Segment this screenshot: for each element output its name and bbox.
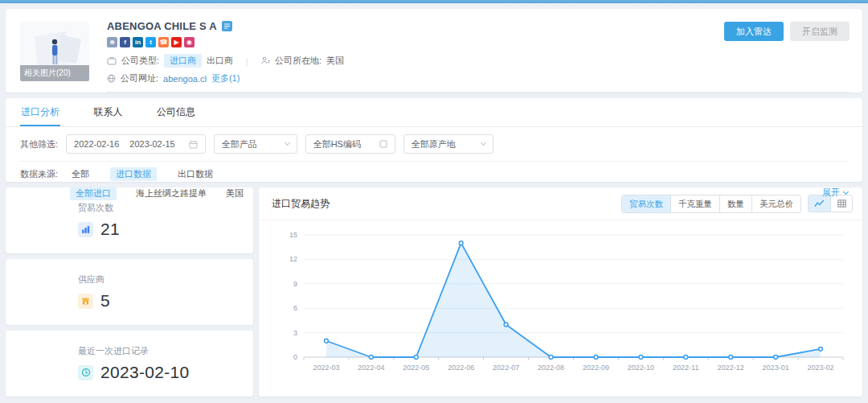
svg-text:2022-05: 2022-05: [403, 364, 429, 372]
facebook-icon[interactable]: f: [120, 37, 130, 47]
briefcase-icon: [107, 56, 117, 65]
sub-option-usa[interactable]: 美国: [226, 187, 244, 199]
source-option-all[interactable]: 全部: [72, 168, 89, 180]
globe-icon: [107, 74, 116, 83]
website-icon[interactable]: ⊕: [107, 37, 117, 47]
stat-card-last-import: 最近一次进口记录 2023-02-10: [6, 331, 253, 397]
related-images-badge[interactable]: 相关图片(20): [20, 65, 89, 81]
company-website-label: 公司网址:: [121, 72, 158, 84]
phone-icon[interactable]: ☎: [158, 37, 169, 47]
divider: |: [246, 56, 248, 66]
trend-chart-card: 进口贸易趋势 贸易次数 千克重量 数量 美元总价: [259, 187, 862, 397]
linkedin-icon[interactable]: in: [133, 37, 143, 47]
svg-text:2022-10: 2022-10: [628, 364, 654, 372]
chevron-down-icon: [843, 188, 849, 194]
svg-text:2022-03: 2022-03: [313, 364, 339, 372]
stats-column: 贸易次数 21 供应商: [6, 187, 253, 397]
add-radar-button[interactable]: 加入雷达: [724, 22, 784, 41]
twitter-icon[interactable]: t: [145, 37, 156, 47]
svg-text:2023-01: 2023-01: [763, 364, 789, 372]
date-start: 2022-02-16: [74, 139, 119, 149]
analysis-card: 进口分析 联系人 公司信息 其他筛选: 2022-02-16 2023-02-1…: [6, 98, 862, 182]
svg-text:12: 12: [289, 255, 297, 263]
list-box-icon: [379, 140, 387, 148]
stat-label: 供应商: [78, 273, 253, 286]
data-source-label: 数据来源:: [20, 168, 58, 180]
source-option-export[interactable]: 出口数据: [178, 168, 213, 180]
company-header-card: 相关图片(20) ABENGOA CHILE S A ⊕ f in t ☎ ▶ …: [6, 9, 862, 93]
date-range-picker[interactable]: 2022-02-16 2023-02-15: [66, 134, 206, 154]
youtube-icon[interactable]: ▶: [171, 37, 182, 47]
expand-link[interactable]: 展开: [822, 187, 848, 199]
origin-select-value: 全部原产地: [411, 138, 456, 150]
company-photo: 相关图片(20): [20, 22, 89, 81]
product-select[interactable]: 全部产品: [214, 134, 297, 154]
stat-value: 21: [100, 220, 120, 239]
company-type-exporter-tag[interactable]: 出口商: [207, 55, 233, 67]
tab-bar: 进口分析 联系人 公司信息: [6, 98, 862, 127]
company-location-value: 美国: [326, 55, 344, 67]
svg-text:3: 3: [293, 328, 297, 336]
stat-label: 贸易次数: [78, 202, 253, 214]
trend-chart-svg: 036912152022-032022-042022-052022-062022…: [267, 222, 851, 386]
dotted-divider: [107, 92, 850, 93]
company-type-importer-tag[interactable]: 进口商: [164, 54, 202, 68]
svg-text:2022-06: 2022-06: [448, 364, 474, 372]
bar-chart-icon: [78, 222, 93, 237]
product-select-value: 全部产品: [222, 138, 257, 150]
svg-text:2023-02: 2023-02: [808, 364, 834, 372]
company-location-label: 公司所在地:: [275, 55, 321, 67]
hs-code-select[interactable]: 全部HS编码: [305, 134, 395, 154]
company-detail-icon[interactable]: [222, 21, 232, 31]
svg-text:2022-12: 2022-12: [718, 364, 744, 372]
company-website-link[interactable]: abengoa.cl: [163, 74, 207, 84]
svg-text:0: 0: [293, 353, 297, 361]
svg-text:2022-07: 2022-07: [493, 364, 519, 372]
instagram-icon[interactable]: ◉: [184, 37, 194, 47]
origin-select[interactable]: 全部原产地: [403, 134, 493, 154]
expand-label: 展开: [822, 187, 840, 199]
svg-text:2022-11: 2022-11: [673, 364, 698, 372]
sub-option-all-import[interactable]: 全部进口: [70, 187, 117, 200]
other-filters-label: 其他筛选:: [20, 138, 58, 150]
stat-value: 5: [100, 291, 110, 310]
calendar-icon: [189, 140, 198, 149]
location-icon: [261, 56, 270, 65]
sub-option-silk-road[interactable]: 海上丝绸之路提单: [136, 187, 207, 199]
hs-code-select-value: 全部HS编码: [313, 138, 361, 150]
source-option-import[interactable]: 进口数据: [110, 167, 157, 181]
date-end: 2023-02-15: [129, 139, 174, 149]
shop-icon: [78, 294, 93, 309]
svg-text:2022-09: 2022-09: [583, 364, 609, 372]
chevron-down-icon: [285, 140, 290, 146]
tab-import-analysis[interactable]: 进口分析: [20, 98, 60, 126]
stat-label: 最近一次进口记录: [78, 345, 253, 357]
clock-icon: [78, 365, 93, 380]
company-name: ABENGOA CHILE S A: [107, 20, 217, 32]
svg-text:2022-04: 2022-04: [358, 364, 384, 372]
svg-text:6: 6: [293, 304, 297, 312]
app-root: 相关图片(20) ABENGOA CHILE S A ⊕ f in t ☎ ▶ …: [0, 0, 868, 403]
start-monitor-button[interactable]: 开启监测: [790, 22, 850, 41]
svg-text:2022-08: 2022-08: [538, 364, 564, 372]
trend-chart-area: 036912152022-032022-042022-052022-062022…: [259, 220, 862, 397]
chevron-down-icon: [481, 140, 486, 146]
tab-company-info[interactable]: 公司信息: [156, 98, 196, 126]
tab-contacts[interactable]: 联系人: [92, 98, 123, 126]
svg-text:9: 9: [293, 279, 297, 287]
website-more-link[interactable]: 更多(1): [211, 72, 240, 84]
stat-value: 2023-02-10: [100, 363, 189, 382]
svg-text:15: 15: [289, 231, 297, 239]
stat-card-suppliers: 供应商 5: [6, 259, 253, 325]
company-type-label: 公司类型:: [121, 55, 159, 67]
